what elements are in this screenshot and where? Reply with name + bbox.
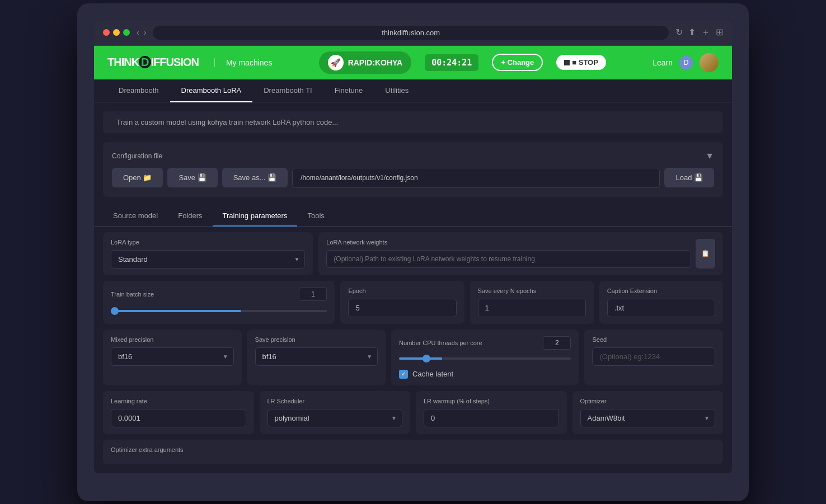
lr-scheduler-select-wrapper: adafactor constant constant_with_warmup …	[267, 409, 403, 427]
optimizer-extra-label: Optimizer extra arguments	[111, 446, 715, 453]
browser-actions: ↻ ⬆ ＋ ⊞	[675, 27, 723, 39]
caption-extension-group: Caption Extension	[599, 281, 723, 324]
cpu-threads-slider[interactable]	[399, 357, 571, 360]
my-machines-link[interactable]: My machines	[214, 58, 272, 67]
description-text: Train a custom model using kohya train n…	[116, 118, 338, 126]
tab-finetune[interactable]: Finetune	[323, 79, 374, 102]
save-button[interactable]: Save 💾	[167, 168, 217, 187]
description-bar: Train a custom model using kohya train n…	[103, 111, 723, 133]
app-main: Dreambooth Dreambooth LoRA Dreambooth TI…	[94, 79, 732, 464]
change-button[interactable]: + Change	[492, 54, 543, 71]
lr-scheduler-select[interactable]: adafactor constant constant_with_warmup …	[267, 409, 403, 427]
config-buttons: Open 📁 Save 💾 Save as... 💾 Load 💾	[112, 168, 714, 188]
optimizer-extra-group: Optimizer extra arguments	[103, 440, 723, 464]
lr-scheduler-group: LR Scheduler adafactor constant constant…	[260, 391, 411, 434]
mixed-precision-label: Mixed precision	[111, 336, 234, 343]
minimize-btn[interactable]	[113, 29, 120, 36]
sub-tab-tools[interactable]: Tools	[297, 206, 334, 227]
load-button[interactable]: Load 💾	[664, 168, 714, 187]
browser-chrome: ‹ › ↻ ⬆ ＋ ⊞	[94, 20, 732, 46]
sub-tab-source-model[interactable]: Source model	[103, 206, 168, 227]
lora-type-group: LoRA type Standard LyCORIS/LoCon LyCORIS…	[103, 232, 313, 275]
tab-utilities[interactable]: Utilities	[374, 79, 420, 102]
sub-tab-folders[interactable]: Folders	[168, 206, 212, 227]
tab-dreambooth-lora[interactable]: Dreambooth LoRA	[170, 79, 253, 102]
lr-row: Learning rate LR Scheduler adafactor con…	[103, 391, 723, 434]
laptop-screen: ‹ › ↻ ⬆ ＋ ⊞ THINKDIFFUSION My machines 🚀…	[94, 20, 732, 473]
open-button[interactable]: Open 📁	[112, 168, 163, 187]
lora-row: LoRA type Standard LyCORIS/LoCon LyCORIS…	[103, 232, 723, 275]
cpu-threads-input[interactable]	[543, 336, 571, 350]
optimizer-group: Optimizer AdamW AdamW8bit Adagrad Adafac…	[572, 391, 724, 434]
rapid-label: RAPID:KOHYA	[348, 58, 403, 67]
precision-row: Mixed precision no fp16 bf16 Save precis…	[103, 329, 723, 385]
save-every-n-label: Save every N epochs	[478, 288, 586, 294]
cpu-threads-label: Number CPU threads per core	[399, 340, 482, 346]
grid-icon[interactable]: ⊞	[716, 27, 723, 39]
cache-latent-label: Cache latent	[412, 370, 453, 378]
sub-tab-nav: Source model Folders Training parameters…	[94, 206, 732, 227]
lora-weights-browse-btn[interactable]: 📋	[696, 239, 715, 269]
lora-weights-inner: LoRA network weights	[326, 239, 691, 269]
mixed-precision-select[interactable]: no fp16 bf16	[111, 347, 234, 366]
optimizer-select[interactable]: AdamW AdamW8bit Adagrad Adafactor Lion	[580, 409, 716, 427]
app-header: THINKDIFFUSION My machines 🚀 RAPID:KOHYA…	[94, 46, 732, 79]
cache-latent-checkbox[interactable]: ✓	[399, 370, 408, 379]
laptop-wrapper: ‹ › ↻ ⬆ ＋ ⊞ THINKDIFFUSION My machines 🚀…	[77, 3, 749, 501]
sub-tab-training-params[interactable]: Training parameters	[213, 206, 298, 227]
forward-icon[interactable]: ›	[144, 28, 147, 37]
maximize-btn[interactable]	[123, 29, 130, 36]
save-precision-select[interactable]: no fp16 bf16	[255, 347, 378, 366]
lora-weights-input[interactable]	[326, 250, 691, 268]
refresh-icon[interactable]: ↻	[675, 27, 683, 39]
tab-dreambooth-ti[interactable]: Dreambooth TI	[252, 79, 323, 102]
learning-rate-group: Learning rate	[103, 391, 254, 434]
lora-weights-group: LoRA network weights 📋	[318, 232, 723, 275]
address-bar[interactable]	[153, 26, 669, 40]
seed-input[interactable]	[592, 347, 715, 366]
optimizer-label: Optimizer	[580, 398, 716, 404]
lora-weights-label: LoRA network weights	[326, 239, 691, 246]
avatar[interactable]	[700, 53, 719, 72]
caption-extension-input[interactable]	[607, 299, 715, 317]
browser-nav: ‹ ›	[137, 28, 146, 37]
train-batch-size-label: Train batch size	[111, 291, 154, 298]
config-chevron: ▼	[705, 151, 714, 161]
new-tab-icon[interactable]: ＋	[701, 27, 710, 39]
stop-icon	[564, 60, 570, 65]
back-icon[interactable]: ‹	[137, 28, 139, 37]
lora-type-label: LoRA type	[111, 239, 305, 246]
share-icon[interactable]: ⬆	[688, 27, 696, 39]
cache-latent-row: ✓ Cache latent	[399, 370, 571, 379]
logo: THINKDIFFUSION	[107, 56, 199, 69]
tab-dreambooth[interactable]: Dreambooth	[107, 79, 170, 102]
stop-button[interactable]: ■ STOP	[556, 55, 606, 70]
learning-rate-input[interactable]	[111, 409, 246, 427]
lr-warmup-input[interactable]	[424, 409, 559, 427]
epoch-input[interactable]	[348, 299, 456, 317]
config-path-input[interactable]	[292, 168, 660, 188]
save-every-n-input[interactable]	[478, 299, 586, 317]
config-label: Configuration file	[112, 152, 162, 160]
learn-link[interactable]: Learn	[653, 58, 673, 67]
optimizer-extra-row: Optimizer extra arguments	[103, 440, 723, 464]
config-section: Configuration file ▼ Open 📁 Save 💾 Save …	[103, 142, 723, 197]
train-batch-size-slider[interactable]	[111, 310, 327, 312]
mixed-precision-select-wrapper: no fp16 bf16	[111, 347, 234, 366]
cpu-seed-group: Number CPU threads per core ✓ Cache late…	[391, 329, 579, 385]
lr-scheduler-label: LR Scheduler	[267, 398, 403, 404]
save-every-n-group: Save every N epochs	[470, 281, 594, 324]
close-btn[interactable]	[103, 29, 110, 36]
save-precision-group: Save precision no fp16 bf16	[247, 329, 386, 385]
learning-rate-label: Learning rate	[111, 398, 246, 404]
optimizer-select-wrapper: AdamW AdamW8bit Adagrad Adafactor Lion	[580, 409, 716, 427]
lr-warmup-label: LR warmup (% of steps)	[424, 398, 559, 404]
train-batch-size-input[interactable]	[299, 288, 327, 301]
lora-type-select[interactable]: Standard LyCORIS/LoCon LyCORIS/LoHa	[111, 250, 305, 269]
header-right: Learn D	[653, 53, 719, 72]
save-as-button[interactable]: Save as... 💾	[222, 168, 288, 187]
discord-icon[interactable]: D	[679, 56, 693, 69]
window-controls	[103, 29, 130, 36]
timer: 00:24:21	[425, 54, 478, 71]
lora-type-select-wrapper: Standard LyCORIS/LoCon LyCORIS/LoHa	[111, 250, 305, 269]
